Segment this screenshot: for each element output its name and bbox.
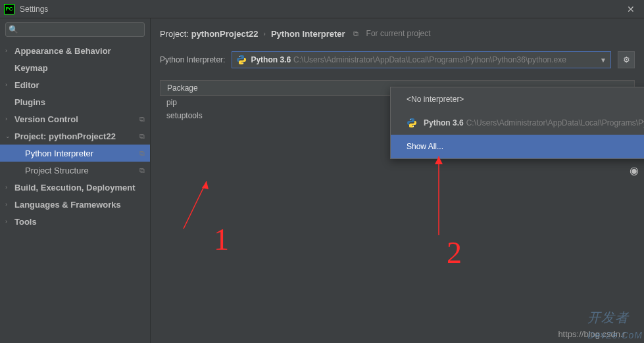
gear-icon: ⚙ [623, 55, 630, 64]
sidebar-item-label: Project: pythonProject22 [14, 131, 139, 141]
svg-point-1 [243, 62, 243, 63]
sidebar-item-label: Project Structure [25, 166, 139, 175]
sidebar-item-editor[interactable]: ›Editor [0, 76, 150, 93]
copy-icon[interactable]: ⧉ [353, 30, 359, 38]
svg-point-0 [239, 56, 240, 57]
interpreter-dropdown: <No interpreter> Python 3.6C:\Users\Admi… [390, 87, 644, 159]
sidebar: 🔍 ›Appearance & Behavior›Keymap›Editor›P… [0, 18, 151, 343]
chevron-right-icon: › [5, 184, 14, 191]
chevron-right-icon: › [5, 116, 14, 122]
show-package-button[interactable]: ◉ [630, 164, 639, 177]
copy-icon: ⧉ [139, 149, 145, 158]
sidebar-item-label: Languages & Frameworks [14, 200, 150, 210]
scope-label: For current project [366, 29, 431, 38]
svg-point-3 [413, 126, 414, 126]
sidebar-item-plugins[interactable]: ›Plugins [0, 93, 150, 110]
sidebar-item-label: Version Control [14, 114, 139, 124]
chevron-right-icon: › [5, 81, 14, 88]
svg-marker-5 [202, 181, 209, 189]
breadcrumb: Project: pythonProject22 › Python Interp… [151, 18, 644, 43]
python-icon [236, 55, 247, 65]
sidebar-item-keymap[interactable]: ›Keymap [0, 59, 150, 76]
dropdown-interpreter-item[interactable]: Python 3.6C:\Users\Administrator\AppData… [391, 111, 644, 135]
sidebar-item-label: Keymap [14, 63, 150, 73]
gear-button[interactable]: ⚙ [618, 51, 635, 68]
svg-line-4 [184, 181, 207, 229]
sidebar-item-label: Appearance & Behavior [14, 46, 150, 56]
pycharm-icon: PC [4, 4, 14, 14]
svg-point-2 [410, 119, 410, 120]
chevron-down-icon: ▼ [600, 57, 607, 64]
copy-icon: ⧉ [139, 115, 145, 124]
chevron-right-icon: › [264, 30, 266, 37]
chevron-down-icon: ⌄ [5, 133, 14, 139]
interpreter-combo-text: Python 3.6C:\Users\Administrator\AppData… [251, 55, 600, 64]
sidebar-item-appearance-behavior[interactable]: ›Appearance & Behavior [0, 42, 150, 59]
sidebar-item-python-interpreter[interactable]: ›Python Interpreter⧉ [0, 145, 150, 162]
sidebar-item-tools[interactable]: ›Tools [0, 213, 150, 230]
copy-icon: ⧉ [139, 132, 145, 141]
window-title: Settings [20, 5, 48, 14]
close-icon[interactable]: ✕ [622, 4, 640, 14]
chevron-right-icon: › [5, 47, 14, 54]
chevron-right-icon: › [5, 218, 14, 225]
annotation-1: 1 [214, 222, 229, 257]
sidebar-item-version-control[interactable]: ›Version Control⧉ [0, 110, 150, 127]
dropdown-show-all[interactable]: Show All... [391, 135, 644, 158]
breadcrumb-page: Python Interpreter [271, 29, 345, 39]
interpreter-combo[interactable]: Python 3.6C:\Users\Administrator\AppData… [232, 51, 611, 68]
main-panel: Project: pythonProject22 › Python Interp… [151, 18, 644, 343]
search-icon: 🔍 [9, 25, 18, 34]
sidebar-item-label: Python Interpreter [25, 149, 139, 158]
search-box: 🔍 [5, 22, 145, 37]
dropdown-no-interpreter[interactable]: <No interpreter> [391, 87, 644, 111]
chevron-right-icon: › [5, 201, 14, 208]
search-input[interactable] [5, 22, 145, 37]
annotation-2: 2 [447, 235, 462, 270]
footer-url: https://blog.csdn.r [558, 329, 626, 339]
copy-icon: ⧉ [139, 166, 145, 175]
sidebar-item-project-pythonproject22[interactable]: ⌄Project: pythonProject22⧉ [0, 127, 150, 145]
sidebar-item-label: Tools [14, 217, 150, 227]
sidebar-item-project-structure[interactable]: ›Project Structure⧉ [0, 162, 150, 179]
interpreter-label: Python Interpreter: [160, 55, 225, 64]
sidebar-item-label: Editor [14, 80, 150, 90]
breadcrumb-project: Project: pythonProject22 [160, 29, 259, 39]
python-icon [407, 118, 417, 128]
sidebar-item-label: Plugins [14, 97, 150, 107]
sidebar-item-languages-frameworks[interactable]: ›Languages & Frameworks [0, 196, 150, 213]
sidebar-item-build-execution-deployment[interactable]: ›Build, Execution, Deployment [0, 179, 150, 196]
sidebar-item-label: Build, Execution, Deployment [14, 183, 150, 193]
